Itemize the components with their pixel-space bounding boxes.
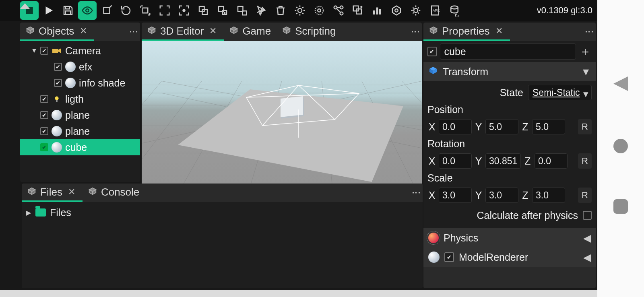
tab-3d-editor[interactable]: 3D Editor ✕ bbox=[142, 23, 224, 41]
expand-icon[interactable]: ▶ bbox=[26, 209, 31, 217]
visibility-checkbox[interactable] bbox=[40, 127, 48, 135]
sphere-icon bbox=[52, 110, 62, 120]
version-label: v0.1309 gl:3.0 bbox=[537, 5, 595, 16]
panel-menu-button[interactable]: ⋮ bbox=[412, 23, 422, 41]
visibility-checkbox[interactable] bbox=[40, 47, 48, 55]
close-icon[interactable]: ✕ bbox=[66, 187, 77, 197]
panel-menu-button[interactable]: ⋮ bbox=[586, 23, 596, 41]
scale-reset-button[interactable]: R bbox=[578, 188, 592, 203]
system-home-button[interactable] bbox=[613, 139, 628, 153]
properties-empty-area bbox=[423, 267, 596, 288]
database-reload-button[interactable] bbox=[445, 1, 464, 20]
tree-row-plane-1[interactable]: plane bbox=[20, 107, 140, 123]
rotation-x-input[interactable] bbox=[439, 153, 472, 169]
environment-button[interactable] bbox=[310, 1, 328, 20]
visibility-checkbox[interactable] bbox=[40, 111, 48, 119]
tree-row-cube[interactable]: cube bbox=[20, 139, 140, 155]
delete-button[interactable] bbox=[271, 1, 290, 20]
add-component-button[interactable]: ＋ bbox=[579, 45, 592, 58]
rotate-tool-button[interactable] bbox=[117, 1, 135, 20]
rotation-reset-button[interactable]: R bbox=[578, 153, 592, 169]
tree-row-camera[interactable]: ▼ Camera bbox=[20, 43, 140, 59]
state-select[interactable]: Semi-Static bbox=[528, 85, 592, 100]
expand-icon[interactable]: ▼ bbox=[31, 47, 37, 54]
tab-files[interactable]: Files ✕ bbox=[22, 184, 83, 202]
main-menu-caret[interactable] bbox=[20, 3, 30, 9]
scene-tree[interactable]: ▼ Camera efx bbox=[20, 41, 140, 182]
axis-x-label: X bbox=[427, 121, 436, 133]
files-root-row[interactable]: ▶ Files bbox=[26, 204, 419, 221]
tree-row-light[interactable]: ligth bbox=[20, 91, 140, 107]
axis-x-label: X bbox=[427, 190, 436, 201]
cube-icon bbox=[429, 25, 438, 37]
tab-game[interactable]: Game bbox=[224, 23, 277, 41]
frame-button[interactable] bbox=[155, 1, 174, 20]
bottom-panel-wrap: Files ✕ Console ⋮ ▶ Files bbox=[22, 184, 423, 288]
transform-header[interactable]: Transform ▼ bbox=[423, 62, 596, 81]
tab-objects[interactable]: Objects ✕ bbox=[20, 23, 94, 41]
axis-z-label: Z bbox=[523, 155, 532, 167]
svg-marker-1 bbox=[46, 6, 53, 14]
panel-menu-button[interactable]: ⋮ bbox=[130, 23, 140, 41]
preview-eye-button[interactable] bbox=[78, 1, 97, 20]
visibility-checkbox[interactable] bbox=[40, 143, 48, 151]
scale-y-input[interactable] bbox=[485, 188, 518, 203]
position-x-input[interactable] bbox=[439, 119, 472, 134]
close-icon[interactable]: ✕ bbox=[208, 26, 218, 36]
visibility-checkbox[interactable] bbox=[54, 79, 62, 87]
scale-x-input[interactable] bbox=[439, 188, 472, 203]
position-z-input[interactable] bbox=[532, 119, 565, 134]
hierarchy-button[interactable] bbox=[329, 1, 348, 20]
tree-row-info-shade[interactable]: info shade bbox=[20, 75, 140, 91]
system-back-button[interactable] bbox=[613, 76, 628, 91]
axis-x-label: X bbox=[427, 155, 436, 167]
rotation-z-input[interactable] bbox=[535, 153, 568, 169]
close-icon[interactable]: ✕ bbox=[78, 26, 89, 36]
scale-tool-button[interactable] bbox=[136, 1, 155, 20]
rotation-y-input[interactable] bbox=[485, 153, 521, 169]
viewport-cube bbox=[281, 96, 303, 117]
project-settings-button[interactable] bbox=[387, 1, 406, 20]
physics-icon bbox=[428, 233, 439, 243]
calc-checkbox[interactable] bbox=[583, 211, 592, 220]
files-tree[interactable]: ▶ Files bbox=[22, 202, 423, 288]
position-y-input[interactable] bbox=[485, 119, 518, 134]
editor-tabbar: 3D Editor ✕ Game Scripting ⋮ bbox=[142, 23, 422, 41]
scale-z-input[interactable] bbox=[532, 188, 565, 203]
axis-z-label: Z bbox=[521, 190, 530, 201]
tab-console[interactable]: Console bbox=[83, 184, 145, 202]
focus-button[interactable] bbox=[175, 1, 193, 20]
object-enabled-checkbox[interactable] bbox=[427, 47, 437, 56]
save-button[interactable] bbox=[59, 1, 77, 20]
object-name-input[interactable] bbox=[440, 43, 576, 60]
tab-properties[interactable]: Properties ✕ bbox=[423, 23, 510, 41]
visibility-checkbox[interactable] bbox=[54, 63, 62, 71]
chevron-down-icon: ▼ bbox=[581, 66, 591, 78]
stats-button[interactable] bbox=[368, 1, 386, 20]
panel-menu-button[interactable]: ⋮ bbox=[413, 184, 423, 202]
light-settings-button[interactable] bbox=[291, 1, 309, 20]
app-root: APK v0.1309 gl:3.0 Objects ✕ ⋮ bbox=[0, 0, 597, 290]
duplicate-button[interactable] bbox=[194, 1, 213, 20]
svg-marker-36 bbox=[58, 48, 61, 53]
position-reset-button[interactable]: R bbox=[578, 119, 592, 134]
tab-scripting[interactable]: Scripting bbox=[277, 23, 341, 41]
add-object-button[interactable] bbox=[349, 1, 367, 20]
lock-button[interactable] bbox=[213, 1, 232, 20]
modelrenderer-header[interactable]: ModelRenderer ◀ bbox=[423, 248, 596, 267]
picker-button[interactable] bbox=[252, 1, 270, 20]
tree-row-plane-2[interactable]: plane bbox=[20, 123, 140, 139]
export-apk-button[interactable]: APK bbox=[426, 1, 444, 20]
chevron-left-icon: ◀ bbox=[583, 252, 591, 263]
visibility-checkbox[interactable] bbox=[40, 95, 48, 103]
calc-after-physics-row: Calculate after physics bbox=[427, 206, 592, 224]
physics-header[interactable]: Physics ◀ bbox=[423, 228, 596, 248]
modelrenderer-enabled-checkbox[interactable] bbox=[444, 252, 454, 262]
play-button[interactable] bbox=[39, 1, 58, 20]
editor-settings-button[interactable] bbox=[407, 1, 425, 20]
tree-row-efx[interactable]: efx bbox=[20, 59, 140, 75]
move-tool-button[interactable] bbox=[97, 1, 116, 20]
system-recents-button[interactable] bbox=[613, 199, 628, 214]
unparent-button[interactable] bbox=[233, 1, 251, 20]
close-icon[interactable]: ✕ bbox=[494, 26, 504, 36]
